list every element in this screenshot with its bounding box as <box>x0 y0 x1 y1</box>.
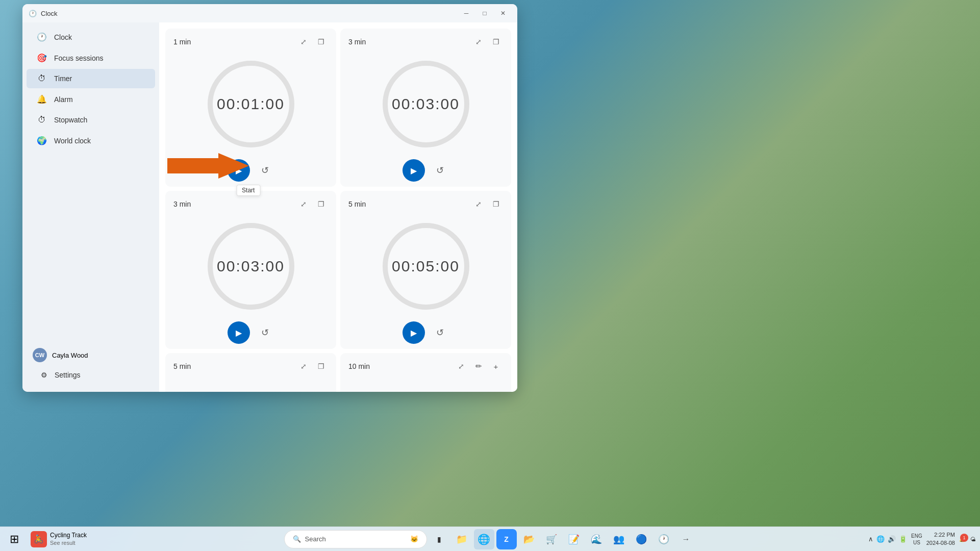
timer-6-header: 10 min ⤢ ✏ + <box>348 359 503 373</box>
timer-3-header-icons: ⤢ ❐ <box>296 197 328 211</box>
taskbar-app-onenote[interactable]: 📝 <box>564 529 584 549</box>
catdog-icon: 🐱 <box>410 535 418 543</box>
clock-icon: 🕐 <box>37 32 47 42</box>
sidebar-item-stopwatch[interactable]: ⏱ Stopwatch <box>27 110 155 130</box>
timer-card-10min: 10 min ⤢ ✏ + <box>340 353 511 392</box>
taskbar-app-folders[interactable]: 📁 <box>451 529 472 549</box>
sidebar-label-world-clock: World clock <box>54 137 91 145</box>
timer-4-play-button[interactable]: ▶ <box>403 321 425 344</box>
sidebar-user[interactable]: CW Cayla Wood <box>27 344 155 366</box>
maximize-button[interactable]: □ <box>476 6 493 20</box>
taskbar-time[interactable]: 2:22 PM 2024-08-08 <box>926 531 955 547</box>
taskbar-app-arrow[interactable]: → <box>676 529 696 549</box>
timer-1-circle-container: 00:01:00 <box>173 53 328 155</box>
sidebar-bottom: CW Cayla Wood ⚙ Settings <box>22 340 159 388</box>
timer-2-fit-button[interactable]: ❐ <box>489 35 503 49</box>
sidebar-item-settings[interactable]: ⚙ Settings <box>31 367 151 383</box>
sidebar-item-alarm[interactable]: 🔔 Alarm <box>27 89 155 109</box>
timer-card-3min-bottom: 3 min ⤢ ❐ 00:03:00 ▶ ↺ <box>165 191 336 349</box>
language-text: ENG <box>911 533 922 539</box>
taskbar-app-zoom[interactable]: Z <box>496 529 517 549</box>
timer-2-play-button[interactable]: ▶ <box>403 159 425 182</box>
timer-4-expand-button[interactable]: ⤢ <box>471 197 486 211</box>
minimize-button[interactable]: ─ <box>458 6 474 20</box>
timer-1-reset-button[interactable]: ↺ <box>256 161 274 180</box>
timer-1-tooltip: Start <box>236 185 260 196</box>
timer-6-header-icons: ⤢ ✏ + <box>454 359 503 373</box>
taskbar-app-chrome[interactable]: 🌐 <box>474 529 494 549</box>
timer-5-header: 5 min ⤢ ❐ <box>173 359 328 373</box>
timer-3-reset-button[interactable]: ↺ <box>256 323 274 342</box>
svg-point-3 <box>385 226 467 307</box>
svg-point-2 <box>210 226 292 307</box>
window-title: Clock <box>41 10 58 17</box>
focus-icon: 🎯 <box>37 53 47 63</box>
taskbar-app-teams[interactable]: 👥 <box>609 529 629 549</box>
timer-2-circle-container: 00:03:00 <box>348 53 503 155</box>
svg-marker-7 <box>167 153 249 179</box>
timer-5-header-icons: ⤢ ❐ <box>296 359 328 373</box>
timer-3-label: 3 min <box>173 200 191 208</box>
timer-4-reset-button[interactable]: ↺ <box>431 323 449 342</box>
timer-5-label: 5 min <box>173 362 191 370</box>
timer-1-label: 1 min <box>173 38 191 46</box>
timer-6-expand-button[interactable]: ⤢ <box>454 359 468 373</box>
taskbar-app-edge[interactable]: 🌊 <box>586 529 607 549</box>
network-icon[interactable]: 🌐 <box>876 535 885 543</box>
timer-6-label: 10 min <box>348 362 370 370</box>
sidebar-item-timer[interactable]: ⏱ Timer <box>27 69 155 88</box>
timer-3-play-button[interactable]: ▶ <box>228 321 250 344</box>
start-button[interactable]: ⊞ <box>4 529 24 549</box>
timer-3-expand-button[interactable]: ⤢ <box>296 197 311 211</box>
timer-6-edit-button[interactable]: ✏ <box>471 359 486 373</box>
timer-card-5min-bottom: 5 min ⤢ ❐ <box>165 353 336 392</box>
taskbar: ⊞ 🚴 Cycling Track See result 🔍 Search 🐱 … <box>0 527 980 551</box>
timer-2-label: 3 min <box>348 38 366 46</box>
clock-window: 🕐 Clock ─ □ ✕ 🕐 Clock 🎯 Focus sessions ⏱ <box>22 4 517 392</box>
title-bar-left: 🕐 Clock <box>29 10 58 17</box>
notification-badge: 1 <box>960 534 968 542</box>
sidebar-label-focus: Focus sessions <box>54 54 103 62</box>
taskbar-app-bar[interactable]: ▮ <box>429 529 449 549</box>
timer-1-expand-button[interactable]: ⤢ <box>296 35 311 49</box>
sidebar-item-world-clock[interactable]: 🌍 World clock <box>27 131 155 151</box>
sidebar-item-clock[interactable]: 🕐 Clock <box>27 27 155 47</box>
close-button[interactable]: ✕ <box>495 6 511 20</box>
alarm-icon: 🔔 <box>37 94 47 104</box>
timer-6-add-button[interactable]: + <box>489 359 503 373</box>
volume-icon[interactable]: 🔊 <box>888 535 896 543</box>
date-display: 2024-08-08 <box>926 539 955 547</box>
taskbar-sys-icons: ∧ 🌐 🔊 🔋 <box>868 535 907 543</box>
timer-2-circle: 00:03:00 <box>380 58 472 150</box>
search-placeholder: Search <box>305 535 326 543</box>
cycling-track-notification[interactable]: 🚴 Cycling Track See result <box>27 530 91 548</box>
widgets-icon[interactable]: 🌤 <box>970 536 976 542</box>
timer-5-expand-button[interactable]: ⤢ <box>296 359 311 373</box>
timer-4-fit-button[interactable]: ❐ <box>489 197 503 211</box>
timer-icon: ⏱ <box>37 74 47 83</box>
timer-1-fit-button[interactable]: ❐ <box>314 35 328 49</box>
timer-card-3min-top: 3 min ⤢ ❐ 00:03:00 ▶ ↺ <box>340 29 511 187</box>
timer-2-header: 3 min ⤢ ❐ <box>348 35 503 49</box>
timer-5-fit-button[interactable]: ❐ <box>314 359 328 373</box>
chevron-icon[interactable]: ∧ <box>868 535 873 543</box>
timer-4-circle-container: 00:05:00 <box>348 215 503 317</box>
cycling-sub: See result <box>50 539 87 546</box>
timer-1-circle: 00:01:00 <box>205 58 297 150</box>
app-body: 🕐 Clock 🎯 Focus sessions ⏱ Timer 🔔 Alarm… <box>22 22 517 392</box>
sidebar-label-clock: Clock <box>54 33 72 41</box>
timer-2-reset-button[interactable]: ↺ <box>431 161 449 180</box>
timer-2-expand-button[interactable]: ⤢ <box>471 35 486 49</box>
taskbar-app-store[interactable]: 🛒 <box>541 529 562 549</box>
taskbar-app-clock[interactable]: 🕐 <box>654 529 674 549</box>
notification-icon[interactable]: 🔔 1 <box>959 536 966 542</box>
taskbar-app-files[interactable]: 📂 <box>519 529 539 549</box>
world-clock-icon: 🌍 <box>37 136 47 145</box>
timer-4-header-icons: ⤢ ❐ <box>471 197 503 211</box>
timer-3-fit-button[interactable]: ❐ <box>314 197 328 211</box>
taskbar-app-chrome2[interactable]: 🔵 <box>631 529 651 549</box>
search-bar[interactable]: 🔍 Search 🐱 <box>284 530 427 548</box>
window-icon: 🕐 <box>29 10 37 17</box>
sidebar-item-focus-sessions[interactable]: 🎯 Focus sessions <box>27 48 155 68</box>
language-indicator[interactable]: ENG US <box>911 533 922 546</box>
